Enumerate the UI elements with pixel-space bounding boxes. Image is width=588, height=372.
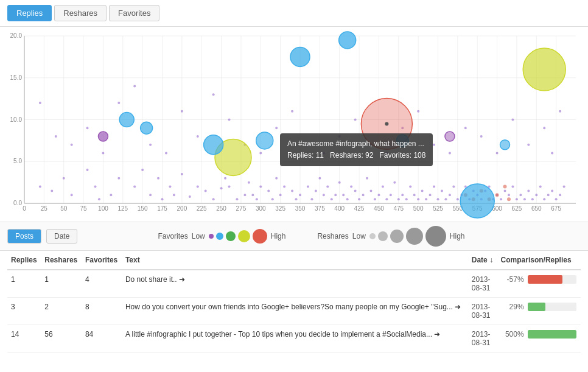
- fav-circle-4: [238, 230, 250, 242]
- favorites-low-label: Low: [192, 232, 205, 240]
- reshares-legend-label: Reshares: [317, 232, 348, 240]
- res-circle-4: [406, 228, 423, 245]
- cell-favorites: 84: [82, 325, 122, 353]
- bottom-legend-bar: Posts Date Favorites Low High Reshares L…: [0, 222, 588, 251]
- cell-text: How do you convert your own friends into…: [122, 298, 468, 325]
- col-reshares: Reshares: [41, 251, 82, 270]
- cell-favorites: 4: [82, 270, 122, 298]
- favorites-legend: Favorites Low High: [158, 229, 285, 244]
- cell-replies: 1: [7, 270, 41, 298]
- table-row: 1 1 4 Do not share it.. ➜ 2013-08-31 -57…: [7, 270, 581, 298]
- cell-comparison: 500%: [497, 325, 581, 353]
- cell-reshares: 2: [41, 298, 82, 325]
- res-circle-3: [390, 230, 404, 243]
- cell-comparison: 29%: [497, 298, 581, 325]
- bar-container: [528, 275, 576, 284]
- cell-text: A little #infographic I put together - T…: [122, 325, 468, 353]
- bar-container: [528, 330, 576, 339]
- tab-favorites[interactable]: Favorites: [109, 5, 159, 21]
- res-circle-5: [425, 226, 446, 247]
- cell-date: 2013-08-31: [468, 298, 497, 325]
- cell-reshares: 56: [41, 325, 82, 353]
- data-table: Replies Reshares Favorites Text Date ↓ C…: [7, 251, 581, 353]
- fav-circle-1: [209, 234, 214, 239]
- bar-fill: [528, 330, 576, 339]
- fav-circle-3: [226, 231, 236, 241]
- favorites-high-label: High: [271, 232, 286, 240]
- cell-comparison: -57%: [497, 270, 581, 298]
- data-table-section: Replies Reshares Favorites Text Date ↓ C…: [0, 251, 588, 353]
- favorites-legend-label: Favorites: [158, 232, 187, 240]
- cell-favorites: 8: [82, 298, 122, 325]
- pct-value: 29%: [501, 303, 524, 311]
- col-comparison: Comparison/Replies: [497, 251, 581, 270]
- posts-button[interactable]: Posts: [7, 229, 41, 244]
- bar-container: [528, 303, 576, 311]
- tab-reshares[interactable]: Reshares: [54, 5, 107, 21]
- tab-replies[interactable]: Replies: [7, 5, 52, 21]
- cell-reshares: 1: [41, 270, 82, 298]
- pct-value: -57%: [501, 275, 524, 284]
- col-text: Text: [122, 251, 468, 270]
- favorites-circles: [209, 229, 267, 244]
- res-circle-2: [378, 231, 388, 241]
- reshares-legend: Reshares Low High: [317, 226, 464, 247]
- date-button[interactable]: Date: [46, 229, 77, 244]
- cell-date: 2013-08-31: [468, 270, 497, 298]
- tab-bar: Replies Reshares Favorites: [0, 0, 588, 27]
- fav-circle-2: [216, 233, 223, 240]
- col-favorites: Favorites: [82, 251, 122, 270]
- chart-area: An #awesome #infograph, what happen ... …: [0, 27, 588, 222]
- reshares-low-label: Low: [352, 232, 366, 240]
- table-row: 3 2 8 How do you convert your own friend…: [7, 298, 581, 325]
- cell-text: Do not share it.. ➜: [122, 270, 468, 298]
- bottom-bar-left: Posts Date: [7, 229, 77, 244]
- cell-replies: 3: [7, 298, 41, 325]
- fav-circle-5: [253, 229, 267, 244]
- res-circle-1: [369, 233, 376, 239]
- cell-replies: 14: [7, 325, 41, 353]
- cell-date: 2013-08-31: [468, 325, 497, 353]
- table-row: 14 56 84 A little #infographic I put tog…: [7, 325, 581, 353]
- bar-fill: [528, 303, 545, 311]
- reshares-circles: [369, 226, 446, 247]
- col-replies: Replies: [7, 251, 41, 270]
- reshares-high-label: High: [450, 232, 465, 240]
- bar-fill: [528, 275, 562, 284]
- col-date[interactable]: Date ↓: [468, 251, 497, 270]
- pct-value: 500%: [501, 330, 524, 339]
